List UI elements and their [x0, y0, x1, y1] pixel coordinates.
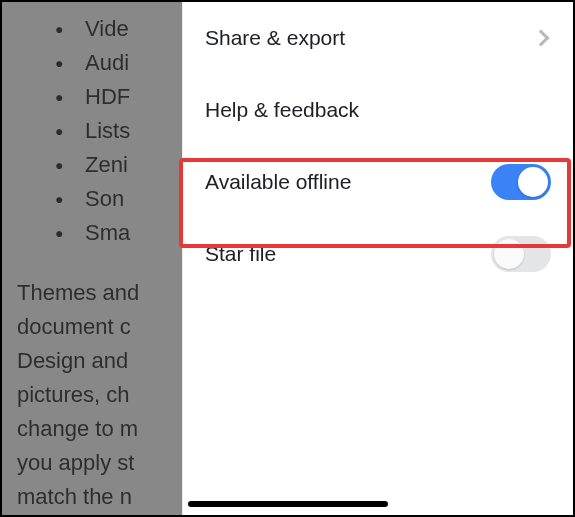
star-file-label: Star file	[205, 242, 276, 266]
paragraph-line: you apply st	[17, 446, 182, 480]
share-export-item[interactable]: Share & export	[183, 2, 573, 74]
home-indicator[interactable]	[188, 501, 388, 507]
toggle-knob	[518, 167, 548, 197]
help-feedback-label: Help & feedback	[205, 98, 359, 122]
bullet-list: Vide Audi HDF Lists Zeni Son Sma	[17, 12, 182, 250]
chevron-right-icon	[533, 30, 550, 47]
paragraph-line: pictures, ch	[17, 378, 182, 412]
paragraph-line: match the n	[17, 480, 182, 514]
paragraph: Themes and document c Design and picture…	[17, 276, 182, 514]
toggle-knob	[494, 239, 524, 269]
available-offline-item[interactable]: Available offline	[183, 146, 573, 218]
list-item: Vide	[85, 12, 182, 46]
list-item: Sma	[85, 216, 182, 250]
list-item: Lists	[85, 114, 182, 148]
paragraph-line: document c	[17, 310, 182, 344]
help-feedback-item[interactable]: Help & feedback	[183, 74, 573, 146]
star-file-item[interactable]: Star file	[183, 218, 573, 290]
available-offline-toggle[interactable]	[491, 164, 551, 200]
list-item: Audi	[85, 46, 182, 80]
available-offline-label: Available offline	[205, 170, 351, 194]
list-item: Zeni	[85, 148, 182, 182]
star-file-toggle[interactable]	[491, 236, 551, 272]
background-document: Vide Audi HDF Lists Zeni Son Sma Themes …	[2, 2, 182, 515]
paragraph-line: Design and	[17, 344, 182, 378]
list-item: HDF	[85, 80, 182, 114]
list-item: Son	[85, 182, 182, 216]
paragraph-line: Themes and	[17, 276, 182, 310]
share-export-label: Share & export	[205, 26, 345, 50]
action-panel: Share & export Help & feedback Available…	[182, 2, 573, 515]
paragraph-line: change to m	[17, 412, 182, 446]
